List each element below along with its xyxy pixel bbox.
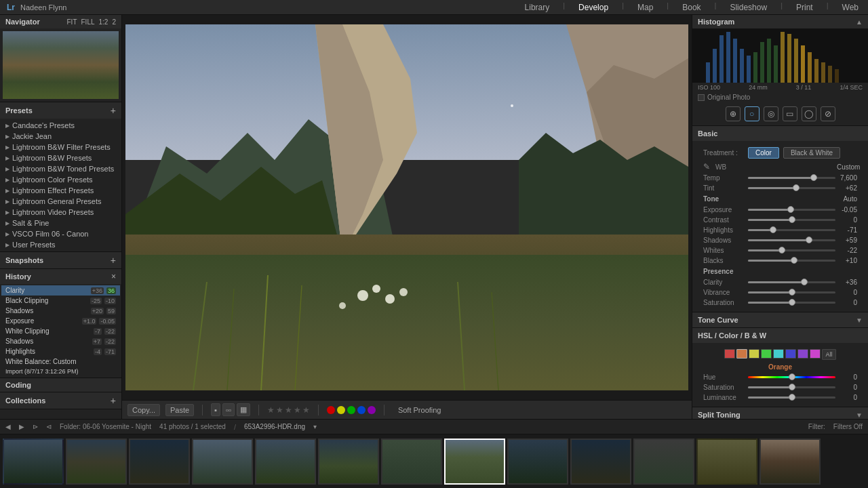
swatch-purple[interactable]	[797, 349, 808, 359]
statusbar-nav-prev[interactable]: ◀	[5, 423, 11, 430]
star-1[interactable]: ★	[267, 405, 275, 415]
bw-treatment-btn[interactable]: Black & White	[783, 147, 840, 159]
swatch-magenta[interactable]	[810, 349, 821, 359]
contrast-slider[interactable]	[748, 219, 835, 221]
nav-print[interactable]: Print	[793, 1, 816, 14]
statusbar-nav-end[interactable]: ⊲	[46, 423, 52, 430]
preset-group-jackie[interactable]: ▶Jackie Jean	[0, 131, 121, 142]
luminance-slider[interactable]	[748, 396, 835, 399]
preset-group-effect[interactable]: ▶Lightroom Effect Presets	[0, 185, 121, 196]
filmstrip-thumb-5[interactable]	[255, 439, 316, 485]
basic-panel-header[interactable]: Basic	[692, 126, 868, 141]
snapshots-header[interactable]: Snapshots +	[0, 252, 121, 268]
nav-slideshow[interactable]: Slideshow	[727, 1, 770, 14]
history-item-clarity[interactable]: Clarity +36 36	[1, 285, 120, 296]
filmstrip-thumb-1[interactable]	[3, 439, 64, 485]
view-compare-button[interactable]: ▫▫	[222, 403, 235, 416]
history-item-exposure[interactable]: Exposure +1.0 -0.05	[1, 316, 120, 326]
history-close-button[interactable]: ×	[111, 272, 116, 281]
history-item-wb[interactable]: White Balance: Custom	[1, 357, 120, 367]
wb-picker-icon[interactable]: ✎	[703, 162, 710, 171]
contrast-slider-thumb[interactable]	[789, 216, 795, 223]
hsl-saturation-slider[interactable]	[748, 386, 835, 388]
color-label-blue[interactable]	[357, 406, 366, 414]
coding-header[interactable]: Coding	[0, 378, 121, 392]
color-label-yellow[interactable]	[337, 406, 345, 414]
saturation-slider-thumb[interactable]	[789, 299, 795, 306]
hue-slider[interactable]	[748, 376, 835, 378]
color-label-red[interactable]	[327, 406, 335, 414]
graduated-filter-icon[interactable]: ▭	[783, 106, 797, 121]
swatch-green[interactable]	[761, 349, 772, 359]
color-label-purple[interactable]	[368, 406, 376, 414]
view-survey-button[interactable]: ▦	[237, 403, 250, 416]
whites-slider[interactable]	[748, 249, 835, 251]
history-item-import[interactable]: Import (8/7/17 3:12:26 PM)	[1, 367, 120, 376]
paste-button[interactable]: Paste	[165, 404, 194, 416]
presets-header[interactable]: Presets +	[0, 102, 121, 119]
filmstrip-thumb-7[interactable]	[381, 439, 442, 485]
star-3[interactable]: ★	[285, 405, 292, 415]
color-treatment-btn[interactable]: Color	[748, 147, 779, 159]
history-item-highlights[interactable]: Highlights -4 -71	[1, 346, 120, 357]
preset-group-saltpine[interactable]: ▶Salt & Pine	[0, 218, 121, 228]
blacks-slider-thumb[interactable]	[791, 257, 797, 264]
filmstrip-thumb-11[interactable]	[633, 439, 694, 485]
vibrance-slider-thumb[interactable]	[789, 289, 795, 296]
navigator-header[interactable]: Navigator FIT FILL 1:2 2	[0, 15, 121, 28]
nav-library[interactable]: Library	[522, 1, 553, 14]
statusbar-nav-home[interactable]: ⊳	[33, 423, 38, 430]
preset-group-bw[interactable]: ▶Lightroom B&W Presets	[0, 152, 121, 163]
blacks-slider[interactable]	[748, 260, 835, 262]
radial-filter-icon[interactable]: ◯	[802, 106, 816, 121]
view-loupe-button[interactable]: ▪	[211, 403, 220, 416]
history-item-shadows2[interactable]: Shadows +7 -22	[1, 336, 120, 346]
star-4[interactable]: ★	[294, 405, 301, 415]
copy-button[interactable]: Copy...	[127, 404, 160, 416]
hsl-all-btn[interactable]: All	[822, 349, 835, 360]
preset-group-video[interactable]: ▶Lightroom Video Presets	[0, 207, 121, 218]
history-item-blackclip[interactable]: Black Clipping -25 -10	[1, 296, 120, 306]
preset-group-candace[interactable]: ▶Candace's Presets	[0, 120, 121, 131]
filmstrip-thumb-3[interactable]	[129, 439, 190, 485]
history-item-whiteclip[interactable]: White Clipping -7 -22	[1, 326, 120, 336]
filmstrip-thumb-8[interactable]	[444, 439, 505, 485]
histogram-header[interactable]: Histogram ▲	[692, 15, 868, 28]
filmstrip-thumb-2[interactable]	[66, 439, 127, 485]
preset-group-general[interactable]: ▶Lightroom General Presets	[0, 196, 121, 207]
collections-header[interactable]: Collections +	[0, 392, 121, 409]
nav-web[interactable]: Web	[840, 1, 861, 14]
nav-develop[interactable]: Develop	[576, 1, 611, 14]
swatch-orange[interactable]	[736, 349, 747, 359]
preset-group-bw-filter[interactable]: ▶Lightroom B&W Filter Presets	[0, 142, 121, 152]
tone-curve-header[interactable]: Tone Curve ▼	[692, 312, 868, 327]
swatch-red[interactable]	[724, 349, 735, 359]
history-item-shadows[interactable]: Shadows +20 59	[1, 306, 120, 316]
whites-slider-thumb[interactable]	[778, 247, 785, 253]
filmstrip-thumb-10[interactable]	[570, 439, 631, 485]
hsl-saturation-thumb[interactable]	[789, 384, 795, 390]
swatch-blue[interactable]	[785, 349, 796, 359]
filmstrip-thumb-12[interactable]	[696, 439, 757, 485]
nav-map[interactable]: Map	[635, 1, 656, 14]
preset-group-vsco[interactable]: ▶VSCO Film 06 - Canon	[0, 228, 121, 239]
zoom2-btn[interactable]: 2	[112, 18, 116, 26]
vibrance-slider[interactable]	[748, 291, 835, 293]
temp-slider-thumb[interactable]	[810, 174, 817, 181]
preset-group-user[interactable]: ▶User Presets	[0, 239, 121, 250]
luminance-slider-thumb[interactable]	[789, 394, 795, 401]
star-5[interactable]: ★	[302, 405, 310, 415]
zoom1-btn[interactable]: 1:2	[99, 18, 108, 26]
fit-zoom-btn[interactable]: FIT	[67, 18, 77, 26]
shadows-slider[interactable]	[748, 239, 835, 241]
filmstrip-thumb-4[interactable]	[192, 439, 253, 485]
statusbar-nav-next[interactable]: ▶	[19, 423, 24, 430]
exposure-slider-thumb[interactable]	[787, 206, 794, 213]
hue-slider-thumb[interactable]	[789, 373, 795, 380]
saturation-slider[interactable]	[748, 302, 835, 304]
split-toning-header[interactable]: Split Toning ▼	[692, 407, 868, 419]
navigator-thumbnail[interactable]	[3, 31, 119, 99]
tint-slider-thumb[interactable]	[793, 184, 800, 191]
filmstrip-thumb-6[interactable]	[318, 439, 379, 485]
fill-zoom-btn[interactable]: FILL	[81, 18, 95, 26]
